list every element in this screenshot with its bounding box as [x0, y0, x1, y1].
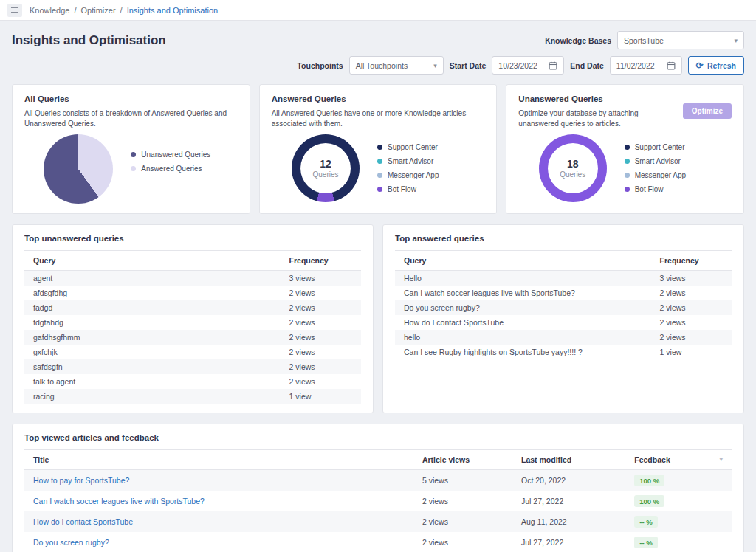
page-header: Insights and Optimisation Knowledge Base… [12, 31, 744, 49]
table-cell: Jul 27, 2022 [512, 532, 625, 552]
donut-count-label: Queries [560, 170, 585, 179]
table-cell: 2 views [281, 286, 361, 300]
legend-dot [625, 173, 630, 178]
legend-label: Answered Queries [141, 165, 202, 173]
refresh-button[interactable]: ⟳ Refresh [688, 56, 744, 75]
table-header-row: Query Frequency [24, 251, 361, 271]
table-header-row: Query Frequency [395, 251, 732, 271]
touchpoints-select[interactable]: All Touchpoints ▾ [349, 56, 444, 75]
touchpoints-value: All Touchpoints [356, 61, 408, 70]
legend-item: Support Center [377, 143, 464, 151]
table-row: agent3 views [24, 271, 361, 286]
breadcrumb-optimizer[interactable]: Optimizer [81, 6, 116, 15]
article-link[interactable]: How to pay for SportsTube? [33, 476, 129, 485]
feedback-badge: -- % [634, 537, 657, 548]
chevron-down-icon: ▾ [433, 62, 437, 69]
unanswered-queries-card: Unanswered Queries Optimize your databas… [506, 84, 744, 214]
table-cell: 2 views [281, 330, 361, 345]
top-viewed-articles-card: Top viewed articles and feedback Title A… [12, 424, 744, 552]
end-date-input[interactable]: 11/02/2022 [610, 56, 682, 75]
legend-label: Support Center [388, 143, 438, 151]
table-cell: Can I see Rugby highlights on SportsTube… [395, 345, 651, 359]
legend-label: Messenger App [388, 171, 439, 179]
table-row: Can I watch soccer leagues live with Spo… [24, 491, 732, 511]
start-date-label: Start Date [450, 61, 487, 70]
query-tables: Top unanswered queries Query Frequency a… [12, 224, 744, 413]
table-title: Top answered queries [395, 234, 732, 243]
table-cell: 2 views [281, 300, 361, 315]
table-cell: gafdhsgfhmm [24, 330, 281, 345]
table-cell: 5 views [413, 470, 512, 491]
end-date-value: 11/02/2022 [616, 61, 655, 70]
article-link[interactable]: Do you screen rugby? [33, 538, 109, 547]
legend-dot [377, 159, 382, 164]
legend-item: Support Center [625, 143, 712, 151]
breadcrumb-separator: / [74, 6, 76, 15]
table-cell: hello [395, 330, 651, 345]
donut-count: 12 [320, 158, 331, 170]
table-cell: Do you screen rugby? [24, 532, 413, 552]
end-date-label: End Date [570, 61, 604, 70]
donut-center: 18 Queries [548, 143, 598, 193]
start-date-input[interactable]: 10/23/2022 [492, 56, 564, 75]
table-cell: Hello [395, 271, 651, 286]
breadcrumb-current: Insights and Optimisation [127, 6, 219, 15]
menu-icon[interactable] [7, 4, 22, 17]
legend-dot [131, 152, 136, 157]
filter-bar: Touchpoints All Touchpoints ▾ Start Date… [12, 56, 744, 75]
breadcrumb: Knowledge / Optimizer / Insights and Opt… [30, 6, 218, 15]
table-cell: afdsgfdhg [24, 286, 281, 300]
table-row: gafdhsgfhmm2 views [24, 330, 361, 345]
donut-count: 18 [567, 158, 579, 170]
legend-dot [377, 187, 382, 192]
chart-legend: Support CenterSmart AdvisorMessenger App… [377, 143, 464, 193]
legend-item: Answered Queries [131, 165, 218, 173]
table-cell: How do I contact SportsTube [24, 511, 413, 532]
knowledge-bases-select[interactable]: SportsTube ▾ [617, 31, 744, 49]
table-row: Hello3 views [395, 271, 732, 286]
table-row: How do I contact SportsTube2 viewsAug 11… [24, 511, 732, 532]
table-cell: Can I watch soccer leagues live with Spo… [24, 491, 413, 511]
legend-item: Bot Flow [377, 185, 464, 193]
article-link[interactable]: How do I contact SportsTube [33, 517, 133, 526]
table-row: Do you screen rugby?2 viewsJul 27, 2022-… [24, 532, 732, 552]
chart-area: 18 Queries Support CenterSmart AdvisorMe… [518, 134, 732, 202]
legend-item: Messenger App [377, 171, 464, 179]
answered-queries-table: Query Frequency Hello3 viewsCan I watch … [395, 250, 732, 359]
chart-area: Unanswered QueriesAnswered Queries [24, 134, 238, 204]
refresh-label: Refresh [707, 61, 736, 70]
legend-dot [377, 173, 382, 178]
table-cell: 2 views [413, 511, 512, 532]
table-cell: How to pay for SportsTube? [24, 470, 413, 491]
column-header-article-views: Article views [413, 450, 512, 470]
topbar: Knowledge / Optimizer / Insights and Opt… [0, 0, 756, 21]
table-header-row: Title Article views Last modified Feedba… [24, 450, 732, 470]
column-header-frequency: Frequency [651, 251, 732, 271]
table-cell: 2 views [651, 315, 732, 330]
table-row: Can I watch soccer leagues live with Spo… [395, 286, 732, 300]
breadcrumb-knowledge[interactable]: Knowledge [30, 6, 69, 15]
table-cell: 1 view [651, 345, 732, 359]
table-row: racing1 view [24, 389, 361, 404]
answered-queries-donut-chart: 12 Queries [292, 134, 360, 202]
legend-label: Messenger App [635, 171, 687, 179]
legend-item: Bot Flow [625, 185, 712, 193]
table-row: hello2 views [395, 330, 732, 345]
calendar-icon [549, 61, 557, 70]
table-cell: 2 views [651, 286, 732, 300]
optimize-button[interactable]: Optimize [683, 103, 732, 119]
sort-icon[interactable]: ▾ [719, 455, 723, 463]
table-cell: Aug 11, 2022 [512, 511, 625, 532]
feedback-badge: -- % [634, 516, 657, 528]
knowledge-bases-group: Knowledge Bases SportsTube ▾ [545, 31, 744, 49]
breadcrumb-separator: / [120, 6, 123, 15]
articles-table: Title Article views Last modified Feedba… [24, 449, 732, 552]
column-header-query: Query [395, 251, 651, 271]
table-cell: Do you screen rugby? [395, 300, 651, 315]
page-title: Insights and Optimisation [12, 33, 166, 48]
column-header-frequency: Frequency [281, 251, 361, 271]
table-row: talk to agent2 views [24, 374, 361, 389]
feedback-badge: 100 % [634, 475, 664, 486]
article-link[interactable]: Can I watch soccer leagues live with Spo… [33, 497, 205, 506]
legend-dot [377, 145, 382, 150]
